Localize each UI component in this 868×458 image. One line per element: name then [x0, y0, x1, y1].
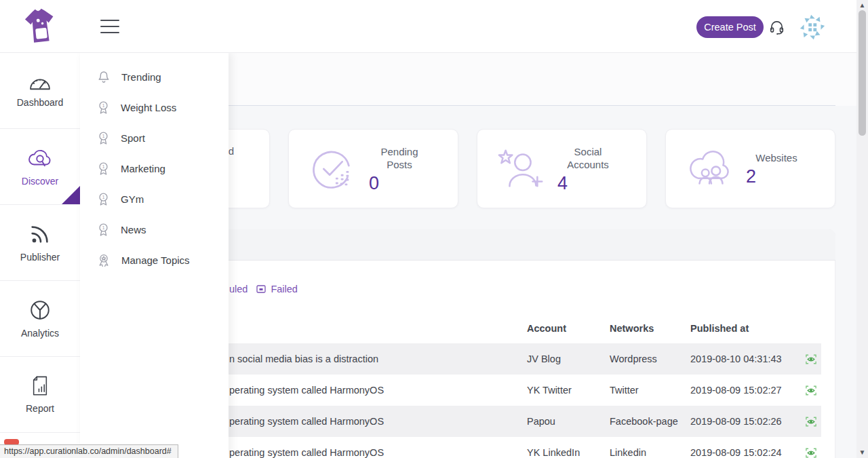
menu-item-news[interactable]: 1 News: [80, 214, 229, 245]
gauge-icon: [28, 73, 52, 91]
posts-tabs: uled Failed: [229, 282, 298, 297]
stat-label-line2: Accounts: [551, 158, 625, 171]
menu-item-trending[interactable]: Trending: [80, 62, 229, 92]
svg-text:1: 1: [102, 134, 105, 138]
svg-text:1: 1: [102, 103, 105, 108]
sidebar-item-label: Dashboard: [17, 97, 64, 108]
stat-label: Social: [551, 145, 625, 158]
award-badge-icon: 1: [98, 161, 109, 176]
award-badge-icon: 1: [98, 100, 109, 115]
tab-scheduled-label: uled: [229, 284, 248, 294]
svg-text:1: 1: [102, 225, 105, 230]
sidebar-item-label: Analytics: [21, 328, 59, 339]
menu-item-label: GYm: [121, 193, 144, 205]
post-published-at: 2019-08-09 15:02:26: [690, 416, 800, 427]
menu-item-label: Trending: [121, 71, 161, 83]
app-logo[interactable]: [0, 0, 80, 53]
stat-card-social-accounts: Social Accounts 4: [477, 129, 647, 208]
sidebar: Dashboard Discover Publisher: [0, 53, 80, 458]
social-accounts-icon: [492, 147, 551, 192]
stat-label: Pending: [362, 145, 437, 158]
app-window: d Pending Posts: [0, 0, 868, 458]
post-network: Twitter: [610, 385, 690, 396]
tshirt-logo-icon: [20, 5, 60, 47]
websites-icon: [681, 149, 739, 191]
scrollbar-down-arrow[interactable]: ▼: [856, 448, 868, 457]
bell-icon: [98, 71, 110, 83]
scrollbar[interactable]: ▲ ▼: [856, 0, 868, 458]
post-account: JV Blog: [527, 354, 610, 364]
award-badge-icon: 1: [98, 192, 109, 206]
discover-flyout-menu: Trending 1 Weight Loss 1 Sport: [80, 53, 229, 458]
post-published-at: 2019-08-10 04:31:43: [690, 354, 800, 364]
view-post-eye-icon[interactable]: [800, 417, 821, 427]
post-published-at: 2019-08-09 15:02:24: [690, 447, 800, 458]
stat-label: Websites: [739, 151, 814, 164]
menu-item-label: Marketing: [121, 163, 165, 174]
sidebar-item-dashboard[interactable]: Dashboard: [0, 53, 80, 129]
post-network: Wordpress: [610, 354, 690, 364]
view-post-eye-icon[interactable]: [800, 448, 821, 458]
post-network: Facebook-page: [610, 416, 690, 427]
col-published-at: Published at: [690, 323, 800, 334]
sidebar-item-report[interactable]: Report: [0, 357, 80, 433]
tab-scheduled[interactable]: uled: [229, 284, 248, 294]
topbar: Create Post: [0, 0, 868, 53]
post-published-at: 2019-08-09 15:02:27: [690, 385, 800, 396]
stat-card-websites: Websites 2: [665, 129, 835, 208]
failed-tab-icon: [256, 285, 266, 293]
cloud-search-icon: [27, 147, 53, 170]
support-headset-icon[interactable]: [769, 19, 785, 35]
post-account: Papou: [527, 416, 610, 427]
rss-icon: [28, 223, 52, 246]
col-account: Account: [527, 323, 610, 334]
sidebar-item-analytics[interactable]: Analytics: [0, 281, 80, 357]
stat-card-pending-posts: Pending Posts 0: [288, 129, 458, 208]
tab-failed-label: Failed: [271, 284, 298, 294]
user-avatar[interactable]: [798, 12, 827, 42]
menu-toggle-hamburger-icon[interactable]: [100, 20, 119, 33]
award-badge-icon: 1: [98, 131, 109, 145]
sidebar-item-discover[interactable]: Discover: [0, 129, 80, 205]
sidebar-item-label: Discover: [22, 176, 58, 187]
scrollbar-up-arrow[interactable]: ▲: [856, 1, 868, 10]
statusbar-url-tooltip: https://app.curationlab.co/admin/dashboa…: [0, 444, 178, 458]
pending-clock-icon: [304, 146, 362, 193]
stat-value: 2: [739, 166, 814, 187]
menu-item-label: News: [121, 224, 146, 235]
stat-label-line2: Posts: [362, 158, 437, 171]
stat-value: 4: [551, 173, 625, 194]
post-account: YK LinkedIn: [527, 447, 610, 458]
svg-text:1: 1: [102, 195, 105, 199]
menu-item-manage-topics[interactable]: Manage Topics: [80, 245, 229, 275]
menu-item-label: Sport: [121, 132, 145, 144]
stat-label-fragment: d: [229, 145, 234, 157]
sidebar-item-label: Publisher: [20, 252, 60, 263]
menu-item-label: Manage Topics: [121, 254, 190, 266]
scrollbar-thumb[interactable]: [859, 10, 866, 136]
stat-value: 0: [362, 173, 437, 194]
menu-item-label: Weight Loss: [121, 102, 176, 113]
view-post-eye-icon[interactable]: [800, 354, 821, 364]
post-network: Linkedin: [610, 447, 690, 458]
view-post-eye-icon[interactable]: [800, 385, 821, 396]
award-badge-icon: 1: [98, 223, 109, 237]
col-networks: Networks: [610, 323, 690, 334]
post-account: YK Twitter: [527, 385, 610, 396]
menu-item-marketing[interactable]: 1 Marketing: [80, 153, 229, 184]
menu-item-weight-loss[interactable]: 1 Weight Loss: [80, 92, 229, 123]
tab-failed[interactable]: Failed: [256, 284, 298, 294]
report-doc-icon: [31, 375, 50, 397]
create-post-button[interactable]: Create Post: [696, 16, 764, 38]
svg-text:1: 1: [102, 164, 105, 169]
sidebar-item-publisher[interactable]: Publisher: [0, 205, 80, 281]
pie-chart-icon: [28, 299, 52, 322]
active-corner-triangle: [62, 186, 80, 204]
menu-item-gym[interactable]: 1 GYm: [80, 184, 229, 214]
menu-item-sport[interactable]: 1 Sport: [80, 123, 229, 153]
rosette-icon: [98, 253, 110, 267]
sidebar-item-label: Report: [26, 403, 54, 414]
